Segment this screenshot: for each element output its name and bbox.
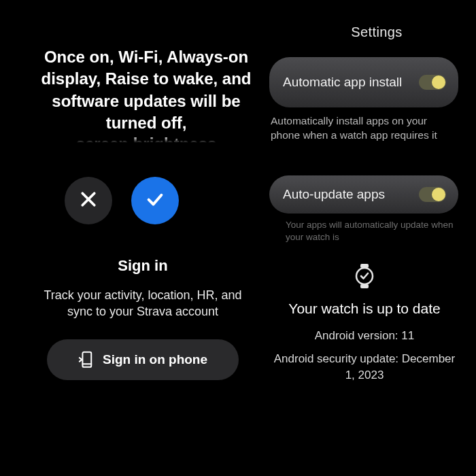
check-icon [145, 189, 165, 212]
cancel-button[interactable] [65, 177, 112, 224]
watch-check-icon [269, 264, 460, 288]
toggle-switch-on[interactable] [419, 187, 446, 202]
signin-button-label: Sign in on phone [103, 352, 207, 367]
phone-signin-icon [78, 351, 93, 369]
setting-label: Automatic app install [283, 75, 402, 90]
setting-label: Auto-update apps [283, 187, 385, 203]
confirm-button[interactable] [131, 177, 179, 224]
signin-title: Sign in [37, 257, 248, 275]
toggle-switch-on[interactable] [419, 75, 446, 90]
setting-auto-install-desc: Automatically install apps on your phone… [271, 114, 458, 143]
close-icon [78, 189, 99, 212]
security-update-date: Android security update: December 1, 202… [269, 351, 460, 384]
setting-auto-install[interactable]: Automatic app install [269, 57, 458, 107]
setting-auto-update-desc: Your apps will automatically update when… [271, 219, 458, 243]
svg-rect-2 [82, 352, 91, 367]
signin-on-phone-button[interactable]: Sign in on phone [47, 339, 239, 380]
signin-subtitle: Track your activity, location, HR, and s… [37, 287, 248, 320]
power-save-warning-text: Once on, Wi-Fi, Always-on display, Raise… [37, 46, 255, 135]
android-version: Android version: 11 [269, 328, 460, 344]
setting-auto-update[interactable]: Auto-update apps [269, 175, 458, 214]
settings-title: Settings [309, 24, 445, 40]
update-status-title: Your watch is up to date [269, 301, 460, 317]
power-save-warning-fade: screen brightness [37, 136, 255, 148]
